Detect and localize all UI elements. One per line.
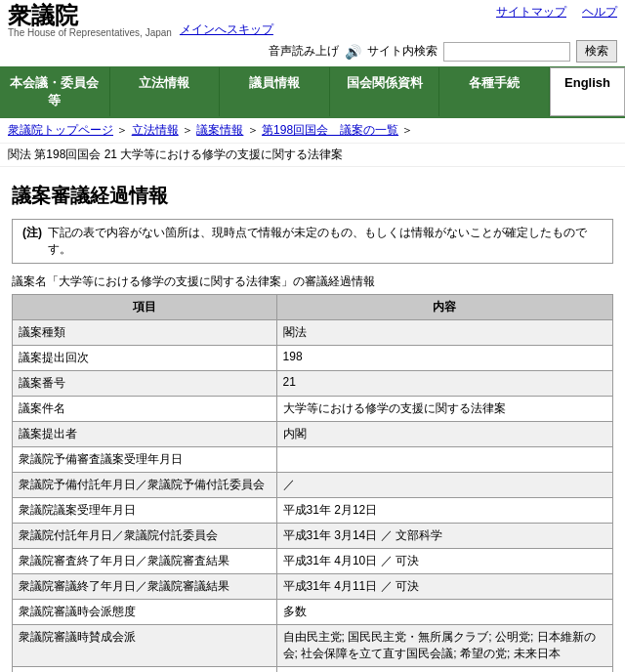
logo-area: 衆議院 The House of Representatives, Japan … (8, 4, 273, 38)
nav-item-giin[interactable]: 議員情報 (220, 67, 330, 116)
table-row: 議案番号21 (13, 371, 613, 397)
data-table: 項目 内容 議案種類閣法議案提出回次198議案番号21議案件名大学等における修学… (12, 294, 613, 672)
nav-item-honkaigi[interactable]: 本会議・委員会等 (0, 67, 110, 116)
nav-item-kokkai[interactable]: 国会関係資料 (330, 67, 440, 116)
help-link[interactable]: ヘルプ (582, 4, 617, 21)
table-cell-item: 衆議院審議時賛成会派 (13, 625, 277, 667)
table-cell-content: 立憲民主党・無所属フォーラム; 日本共産党; 社会民主党・市民連合 (276, 667, 612, 673)
table-row: 議案件名大学等における修学の支援に関する法律案 (13, 397, 613, 422)
note-label: (注) (22, 225, 42, 258)
table-cell-item: 衆議院審議時反対会派 (13, 667, 277, 673)
table-row: 衆議院審議時賛成会派自由民主党; 国民民主党・無所属クラブ; 公明党; 日本維新… (13, 625, 613, 667)
table-row: 衆議院審査終了年月日／衆議院審査結果平成31年 4月10日 ／ 可決 (13, 549, 613, 574)
table-cell-content: ／ (276, 473, 612, 498)
logo-block: 衆議院 The House of Representatives, Japan (8, 4, 172, 38)
breadcrumb-sep1: ＞ (116, 123, 131, 137)
table-row: 衆議院付託年月日／衆議院付託委員会平成31年 3月14日 ／ 文部科学 (13, 524, 613, 549)
audio-label: 音声読み上げ (269, 43, 339, 60)
table-cell-content: 大学等における修学の支援に関する法律案 (276, 397, 612, 422)
breadcrumb-198[interactable]: 第198回国会 議案の一覧 (262, 123, 398, 137)
table-cell-item: 議案提出者 (13, 422, 277, 447)
header-search-row: 音声読み上げ 🔊 サイト内検索 検索 (0, 38, 625, 66)
table-cell-content (276, 447, 612, 473)
breadcrumb: 衆議院トップページ ＞ 立法情報 ＞ 議案情報 ＞ 第198回国会 議案の一覧 … (0, 118, 625, 144)
table-cell-item: 議案種類 (13, 320, 277, 346)
note-box: (注) 下記の表で内容がない箇所は、現時点で情報が未定のもの、もしくは情報がない… (12, 219, 613, 264)
page-title: 議案審議経過情報 (12, 183, 613, 209)
table-row: 衆議院予備審査議案受理年月日 (13, 447, 613, 473)
note-text: 下記の表で内容がない箇所は、現時点で情報が未定のもの、もしくは情報がないことが確… (48, 225, 603, 258)
table-cell-item: 衆議院付託年月日／衆議院付託委員会 (13, 524, 277, 549)
table-row: 議案提出者内閣 (13, 422, 613, 447)
table-cell-item: 衆議院審議終了年月日／衆議院審議結果 (13, 574, 277, 600)
breadcrumb-rippou[interactable]: 立法情報 (132, 123, 179, 137)
nav-item-shushu[interactable]: 各種手続 (439, 67, 550, 116)
breadcrumb-gian[interactable]: 議案情報 (196, 123, 243, 137)
table-cell-content: 閣法 (276, 320, 612, 346)
header-top: 衆議院 The House of Representatives, Japan … (0, 0, 625, 38)
table-cell-item: 衆議院議案受理年月日 (13, 498, 277, 524)
audio-icon: 🔊 (345, 44, 361, 60)
table-row: 衆議院議案受理年月日平成31年 2月12日 (13, 498, 613, 524)
sitemap-link[interactable]: サイトマップ (496, 4, 566, 21)
breadcrumb-sep2: ＞ (182, 123, 196, 137)
logo-en: The House of Representatives, Japan (8, 27, 172, 38)
logo-kanji: 衆議院 (8, 4, 172, 27)
table-cell-item: 議案提出回次 (13, 346, 277, 371)
table-cell-content: 自由民主党; 国民民主党・無所属クラブ; 公明党; 日本維新の会; 社会保障を立… (276, 625, 612, 667)
table-cell-content: 内閣 (276, 422, 612, 447)
search-input[interactable] (443, 42, 570, 62)
header: 衆議院 The House of Representatives, Japan … (0, 0, 625, 66)
table-cell-content: 平成31年 2月12日 (276, 498, 612, 524)
table-cell-item: 議案番号 (13, 371, 277, 397)
table-cell-item: 衆議院審査終了年月日／衆議院審査結果 (13, 549, 277, 574)
table-row: 衆議院審議終了年月日／衆議院審議結果平成31年 4月11日 ／ 可決 (13, 574, 613, 600)
table-cell-item: 衆議院予備審査議案受理年月日 (13, 447, 277, 473)
table-cell-item: 衆議院予備付託年月日／衆議院予備付託委員会 (13, 473, 277, 498)
table-row: 衆議院審議時反対会派立憲民主党・無所属フォーラム; 日本共産党; 社会民主党・市… (13, 667, 613, 673)
table-cell-content: 平成31年 4月11日 ／ 可決 (276, 574, 612, 600)
col-header-content: 内容 (276, 295, 612, 320)
main-nav: 本会議・委員会等 立法情報 議員情報 国会関係資料 各種手続 English (0, 66, 625, 118)
table-cell-content: 平成31年 4月10日 ／ 可決 (276, 549, 612, 574)
table-cell-content: 平成31年 3月14日 ／ 文部科学 (276, 524, 612, 549)
table-row: 衆議院審議時会派態度多数 (13, 600, 613, 625)
site-search-label: サイト内検索 (367, 43, 438, 60)
breadcrumb-top[interactable]: 衆議院トップページ (8, 123, 113, 137)
table-cell-item: 議案件名 (13, 397, 277, 422)
skip-link[interactable]: メインへスキップ (180, 21, 273, 38)
table-row: 議案提出回次198 (13, 346, 613, 371)
search-button[interactable]: 検索 (576, 40, 617, 63)
table-cell-item: 衆議院審議時会派態度 (13, 600, 277, 625)
table-title: 議案名「大学等における修学の支援に関する法律案」の審議経過情報 (12, 273, 613, 290)
nav-english-button[interactable]: English (550, 67, 625, 116)
sub-breadcrumb: 関法 第198回国会 21 大学等における修学の支援に関する法律案 (0, 144, 625, 167)
table-cell-content: 198 (276, 346, 612, 371)
top-right-links: サイトマップ ヘルプ (496, 4, 617, 21)
col-header-item: 項目 (13, 295, 277, 320)
table-row: 衆議院予備付託年月日／衆議院予備付託委員会／ (13, 473, 613, 498)
table-cell-content: 21 (276, 371, 612, 397)
table-cell-content: 多数 (276, 600, 612, 625)
breadcrumb-sep3: ＞ (247, 123, 262, 137)
breadcrumb-sep4: ＞ (401, 123, 413, 137)
nav-item-rippou[interactable]: 立法情報 (110, 67, 221, 116)
table-row: 議案種類閣法 (13, 320, 613, 346)
main-content: 議案審議経過情報 (注) 下記の表で内容がない箇所は、現時点で情報が未定のもの、… (0, 167, 625, 672)
